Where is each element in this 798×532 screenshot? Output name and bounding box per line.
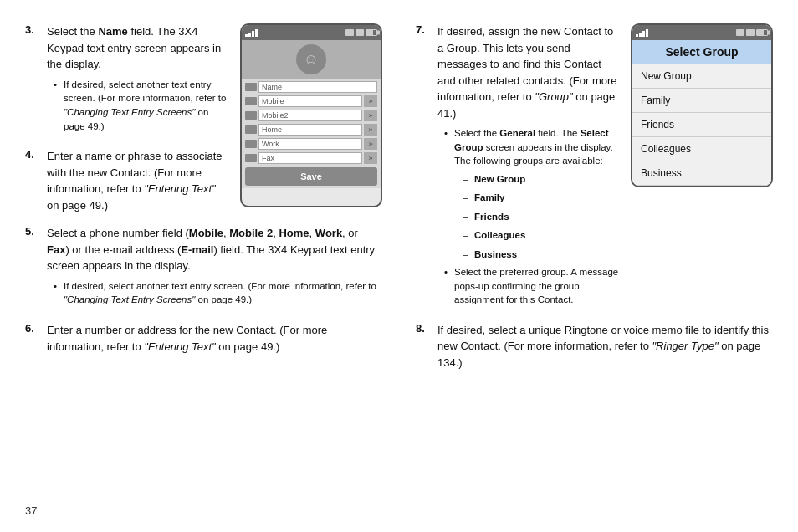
select-group-item-new-group[interactable]: New Group	[632, 64, 771, 89]
step-5-bullets: If desired, select another text entry sc…	[47, 279, 382, 307]
field-fax-row: Fax »	[245, 152, 377, 164]
avatar: ☺	[296, 44, 326, 74]
phone-form: Name Mobile » Mobile2 » Home »	[242, 79, 381, 188]
field-arrow-mobile[interactable]: »	[364, 95, 377, 107]
field-mobile2-row: Mobile2 »	[245, 110, 377, 121]
step-5: 5. Select a phone number field (Mobile, …	[25, 225, 382, 310]
phone-status-bar-right	[632, 25, 771, 40]
step-7: 7. If desired, assign the new Contact to…	[416, 23, 619, 310]
select-group-item-friends[interactable]: Friends	[632, 113, 771, 137]
field-mobile2-input: Mobile2	[258, 110, 362, 121]
field-arrow-fax[interactable]: »	[364, 152, 377, 164]
step-7-group-list: New Group Family Friends Colleagues Busi…	[454, 171, 619, 262]
signal-icon-right	[636, 29, 648, 37]
select-group-item-family[interactable]: Family	[632, 89, 771, 113]
group-item-new-group: New Group	[463, 171, 619, 187]
phone-status-bar-left	[242, 25, 381, 40]
step-3-bullets: If desired, select another text entry sc…	[47, 78, 228, 134]
step-4: 4. Enter a name or phrase to associate w…	[25, 148, 228, 213]
field-arrow-home[interactable]: »	[364, 124, 377, 136]
step-7-bullet-2: Select the preferred group. A message po…	[444, 265, 619, 307]
battery-icon	[366, 29, 377, 36]
phone-save-button[interactable]: Save	[245, 167, 377, 186]
field-icon-home	[245, 125, 257, 134]
envelope-icon	[345, 29, 354, 36]
select-group-title: Select Group	[632, 40, 771, 64]
step-3-bullet-1: If desired, select another text entry sc…	[54, 78, 228, 134]
field-work-input: Work	[258, 138, 362, 150]
step-5-content: Select a phone number field (Mobile, Mob…	[47, 225, 382, 310]
misc-icon-right	[746, 29, 755, 36]
step-4-content: Enter a name or phrase to associate with…	[47, 148, 228, 213]
step-3-number: 3.	[25, 23, 40, 136]
step-7-content: If desired, assign the new Contact to a …	[437, 23, 619, 310]
step-7-bullet-1: Select the General field. The Select Gro…	[444, 126, 619, 262]
group-item-business: Business	[463, 247, 619, 262]
page-number: 37	[25, 504, 37, 517]
field-icon-mobile	[245, 97, 257, 105]
field-arrow-work[interactable]: »	[364, 138, 377, 150]
select-group-item-business[interactable]: Business	[632, 161, 771, 186]
field-mobile-input: Mobile	[258, 95, 362, 107]
envelope-icon-right	[736, 29, 744, 36]
misc-icon	[356, 29, 364, 36]
step-8-number: 8.	[416, 322, 431, 371]
left-column: ☺ Name Mobile » Mobile2 »	[25, 23, 399, 515]
field-fax-input: Fax	[258, 152, 362, 164]
select-group-item-colleagues[interactable]: Colleagues	[632, 137, 771, 161]
field-work-row: Work »	[245, 138, 377, 150]
group-item-family: Family	[463, 190, 619, 205]
field-icon-fax	[245, 154, 257, 162]
group-item-colleagues: Colleagues	[463, 228, 619, 243]
step-7-bullets: Select the General field. The Select Gro…	[437, 126, 619, 307]
field-icon-mobile2	[245, 111, 257, 120]
step-8: 8. If desired, select a unique Ringtone …	[416, 322, 773, 371]
step-4-number: 4.	[25, 148, 40, 213]
field-name-input: Name	[258, 81, 377, 93]
phone-mockup-left: ☺ Name Mobile » Mobile2 »	[240, 23, 382, 207]
field-arrow-mobile2[interactable]: »	[364, 110, 377, 121]
field-home-input: Home	[258, 124, 362, 136]
field-icon-work	[245, 140, 257, 148]
field-icon-name	[245, 83, 257, 91]
step-6: 6. Enter a number or address for the new…	[25, 322, 382, 355]
field-name-row: Name	[245, 81, 377, 93]
battery-icon-right	[756, 29, 768, 36]
group-item-friends: Friends	[463, 209, 619, 224]
right-column: Select Group New Group Family Friends Co…	[399, 23, 773, 515]
status-icons-right	[736, 29, 768, 36]
step-8-content: If desired, select a unique Ringtone or …	[437, 322, 773, 371]
step-5-number: 5.	[25, 225, 40, 310]
signal-icon	[245, 29, 258, 37]
phone-mockup-right: Select Group New Group Family Friends Co…	[631, 23, 773, 187]
field-home-row: Home »	[245, 124, 377, 136]
step-3-content: Select the Name field. The 3X4 Keypad te…	[47, 23, 228, 136]
step-6-content: Enter a number or address for the new Co…	[47, 322, 382, 355]
phone-avatar-area: ☺	[242, 40, 381, 79]
field-mobile-row: Mobile »	[245, 95, 377, 107]
status-icons	[345, 29, 377, 36]
step-5-bullet-1: If desired, select another text entry sc…	[54, 279, 382, 307]
step-3: 3. Select the Name field. The 3X4 Keypad…	[25, 23, 228, 136]
step-7-number: 7.	[416, 23, 431, 310]
step-6-number: 6.	[25, 322, 40, 355]
